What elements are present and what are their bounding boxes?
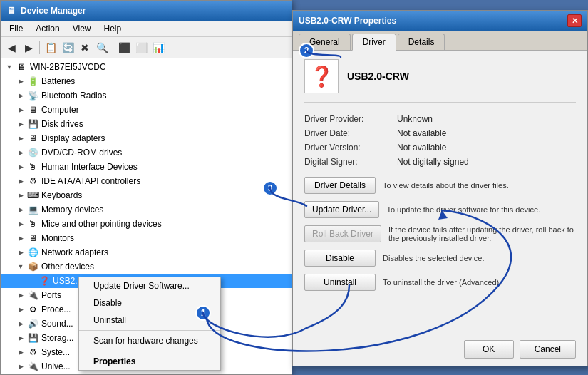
toolbar-update[interactable]: 🔄 (60, 40, 76, 56)
tree-network[interactable]: ▶ 🌐 Network adapters (1, 245, 292, 260)
update-driver-button[interactable]: Update Driver... (304, 201, 379, 218)
dvd-label: DVD/CD-ROM drives (41, 148, 122, 158)
universal-expand[interactable]: ▶ (15, 363, 26, 370)
props-dialog: USB2.0-CRW Properties ✕ General Driver D… (292, 10, 588, 366)
display-expand[interactable]: ▶ (15, 135, 26, 142)
uninstall-button[interactable]: Uninstall (304, 274, 376, 291)
batteries-expand[interactable]: ▶ (15, 78, 26, 85)
hid-label: Human Interface Devices (41, 162, 138, 172)
tree-root[interactable]: ▼ 🖥 WIN-2B7EI5JVCDC (1, 60, 292, 74)
system-expand[interactable]: ▶ (15, 349, 26, 356)
tree-hid[interactable]: ▶ 🖱 Human Interface Devices (1, 160, 292, 174)
tree-bluetooth[interactable]: ▶ 📡 Bluetooth Radios (1, 88, 292, 103)
tree-computer[interactable]: ▶ 🖥 Computer (1, 103, 292, 117)
badge-2: 2 (299, 43, 314, 58)
ok-button[interactable]: OK (464, 340, 514, 359)
network-expand[interactable]: ▶ (15, 249, 26, 256)
tab-driver[interactable]: Driver (352, 34, 396, 51)
props-close-button[interactable]: ✕ (567, 14, 582, 27)
toolbar-properties[interactable]: 📋 (43, 40, 58, 56)
sound-label: Sound... (41, 319, 73, 329)
memory-icon: 💻 (26, 204, 39, 215)
computer-expand[interactable]: ▶ (15, 106, 26, 113)
toolbar-uninstall[interactable]: ✖ (77, 40, 93, 56)
props-body: ❓ USB2.0-CRW Driver Provider: Unknown Dr… (293, 51, 587, 307)
context-menu: Update Driver Software... Disable Uninst… (78, 277, 221, 371)
monitors-expand[interactable]: ▶ (15, 235, 26, 242)
storage-label: Storag... (41, 333, 73, 343)
memory-label: Memory devices (41, 205, 103, 215)
memory-expand[interactable]: ▶ (15, 206, 26, 213)
toolbar-back[interactable]: ◀ (4, 40, 19, 56)
context-update-driver[interactable]: Update Driver Software... (79, 277, 220, 294)
props-title: USB2.0-CRW Properties (299, 16, 396, 26)
dm-toolbar: ◀ ▶ 📋 🔄 ✖ 🔍 ⬛ ⬜ 📊 (1, 37, 292, 58)
tree-batteries[interactable]: ▶ 🔋 Batteries (1, 74, 292, 88)
tree-keyboards[interactable]: ▶ ⌨ Keyboards (1, 188, 292, 202)
menu-view[interactable]: View (67, 22, 97, 35)
processors-label: Proce... (41, 304, 71, 314)
rollback-button[interactable]: Roll Back Driver (304, 225, 381, 242)
diskdrives-label: Disk drives (41, 119, 83, 129)
usb-icon: ❓ (38, 275, 51, 287)
info-provider: Driver Provider: Unknown (304, 114, 576, 124)
menu-action[interactable]: Action (30, 22, 65, 35)
toolbar-forward[interactable]: ▶ (21, 40, 36, 56)
dm-title-icon: 🖥 (6, 5, 16, 16)
provider-value: Unknown (397, 114, 433, 124)
tree-ide[interactable]: ▶ ⚙ IDE ATA/ATAPI controllers (1, 174, 292, 188)
btn-row-rollback: Roll Back Driver If the device fails aft… (304, 225, 576, 242)
toolbar-collapse[interactable]: ⬜ (133, 40, 149, 56)
processors-expand[interactable]: ▶ (15, 306, 26, 313)
storage-expand[interactable]: ▶ (15, 334, 26, 341)
mice-expand[interactable]: ▶ (15, 220, 26, 227)
toolbar-expand[interactable]: ⬛ (116, 40, 132, 56)
computer-label: Computer (41, 105, 79, 115)
root-expand-icon[interactable]: ▼ (4, 63, 15, 71)
tree-monitors[interactable]: ▶ 🖥 Monitors (1, 231, 292, 245)
btn-row-details: Driver Details To view details about the… (304, 177, 576, 194)
other-icon: 📦 (26, 261, 39, 272)
cancel-button[interactable]: Cancel (520, 340, 576, 359)
tree-dvd[interactable]: ▶ 💿 DVD/CD-ROM drives (1, 145, 292, 160)
toolbar-scan[interactable]: 🔍 (94, 40, 110, 56)
universal-label: Unive... (41, 361, 71, 371)
uninstall-desc: To uninstall the driver (Advanced). (383, 278, 576, 287)
bluetooth-expand[interactable]: ▶ (15, 92, 26, 99)
processors-icon: ⚙ (26, 304, 39, 315)
monitors-label: Monitors (41, 233, 74, 243)
ports-expand[interactable]: ▶ (15, 292, 26, 299)
sound-expand[interactable]: ▶ (15, 320, 26, 327)
tree-diskdrives[interactable]: ▶ 💾 Disk drives (1, 117, 292, 131)
context-sep (79, 330, 220, 331)
menu-file[interactable]: File (4, 22, 29, 35)
tree-mice[interactable]: ▶ 🖱 Mice and other pointing devices (1, 217, 292, 231)
dvd-expand[interactable]: ▶ (15, 149, 26, 156)
diskdrives-expand[interactable]: ▶ (15, 120, 26, 128)
disable-button[interactable]: Disable (304, 250, 376, 267)
info-date: Driver Date: Not available (304, 128, 576, 138)
computer-icon: 🖥 (26, 104, 39, 115)
root-icon: 🖥 (15, 61, 28, 73)
tree-memory[interactable]: ▶ 💻 Memory devices (1, 202, 292, 217)
tree-other[interactable]: ▼ 📦 Other devices (1, 260, 292, 274)
rollback-desc: If the device fails after updating the d… (388, 225, 576, 242)
hid-expand[interactable]: ▶ (15, 163, 26, 170)
other-expand[interactable]: ▼ (15, 263, 26, 270)
ide-label: IDE ATA/ATAPI controllers (41, 176, 140, 186)
driver-details-button[interactable]: Driver Details (304, 177, 376, 194)
tab-details[interactable]: Details (398, 34, 445, 50)
tree-display[interactable]: ▶ 🖥 Display adapters (1, 131, 292, 145)
context-scan[interactable]: Scan for hardware changes (79, 332, 220, 349)
other-label: Other devices (41, 262, 94, 272)
context-properties[interactable]: Properties (79, 353, 220, 370)
keyboards-expand[interactable]: ▶ (15, 192, 26, 199)
menu-help[interactable]: Help (98, 22, 128, 35)
context-sep2 (79, 351, 220, 351)
badge-3: 3 (262, 180, 278, 196)
monitors-icon: 🖥 (26, 232, 39, 244)
toolbar-resources[interactable]: 📊 (150, 40, 166, 56)
ide-expand[interactable]: ▶ (15, 178, 26, 185)
details-desc: To view details about the driver files. (383, 181, 576, 190)
btn-row-uninstall: Uninstall To uninstall the driver (Advan… (304, 274, 576, 291)
